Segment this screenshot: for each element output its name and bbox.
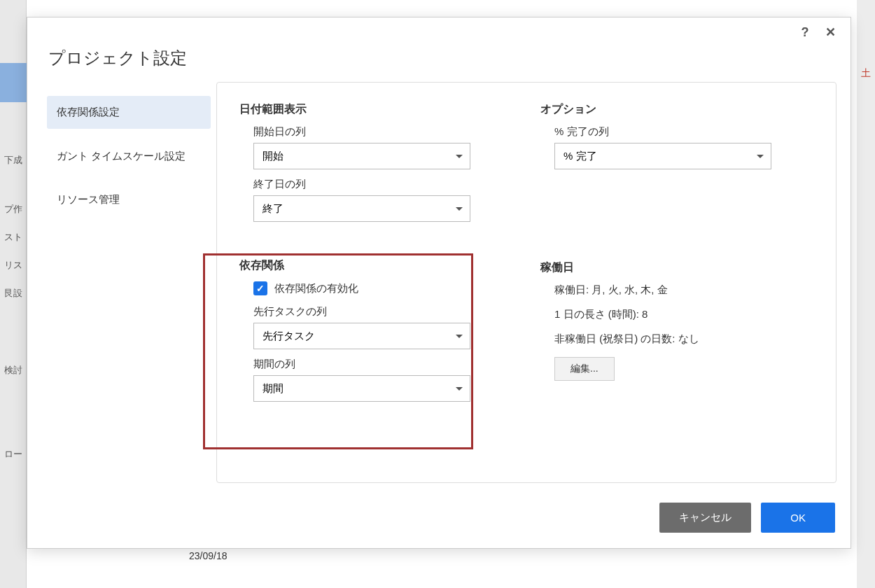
predecessor-label: 先行タスクの列: [253, 305, 512, 318]
dependencies-heading: 依存関係: [239, 258, 512, 273]
sidebar-item-label: ガント タイムスケール設定: [57, 150, 186, 162]
dialog-header: ? ✕: [27, 18, 850, 40]
sidebar-item-gantt-timescale[interactable]: ガント タイムスケール設定: [47, 140, 211, 173]
ok-button[interactable]: OK: [761, 503, 835, 533]
left-column: 日付範囲表示 開始日の列 開始 終了日の列 終了 依存関係: [239, 102, 512, 463]
chevron-down-icon: [456, 207, 463, 211]
help-icon[interactable]: ?: [797, 24, 813, 40]
bg-right-strip: [857, 0, 875, 588]
duration-select[interactable]: 期間: [253, 375, 470, 402]
bg-left-text: 下成 プ作 スト リス 艮設 検討 ロー: [0, 0, 28, 588]
start-date-field: 開始日の列 開始 終了日の列 終了: [239, 125, 512, 222]
percent-complete-field: % 完了の列 % 完了: [540, 125, 813, 169]
chevron-down-icon: [456, 335, 463, 338]
select-value: 開始: [262, 150, 284, 163]
end-date-label: 終了日の列: [253, 178, 512, 191]
workdays-days: 稼働日: 月, 火, 水, 木, 金: [540, 284, 813, 297]
options-heading: オプション: [540, 102, 813, 117]
select-value: 期間: [262, 382, 284, 396]
right-column: オプション % 完了の列 % 完了 稼働日 稼働日: 月, 火, 水, 木, 金…: [540, 102, 813, 463]
select-value: % 完了: [564, 150, 597, 163]
duration-label: 期間の列: [253, 358, 512, 371]
workdays-day-length: 1 日の長さ (時間): 8: [540, 308, 813, 321]
predecessor-field: 先行タスクの列 先行タスク 期間の列 期間: [239, 305, 512, 402]
settings-main-panel: 日付範囲表示 開始日の列 開始 終了日の列 終了 依存関係: [216, 82, 836, 483]
percent-complete-select[interactable]: % 完了: [554, 143, 771, 169]
select-value: 先行タスク: [262, 330, 315, 343]
start-date-select[interactable]: 開始: [253, 143, 470, 169]
dialog-body: 依存関係設定 ガント タイムスケール設定 リソース管理 日付範囲表示 開始日の列…: [27, 82, 850, 490]
edit-workdays-button[interactable]: 編集...: [554, 357, 615, 381]
enable-dependencies-row[interactable]: ✓ 依存関係の有効化: [239, 281, 512, 295]
close-icon[interactable]: ✕: [822, 24, 838, 40]
cancel-button[interactable]: キャンセル: [659, 503, 751, 533]
select-value: 終了: [262, 202, 284, 216]
chevron-down-icon: [456, 155, 463, 158]
percent-complete-label: % 完了の列: [554, 125, 813, 139]
dialog-title: プロジェクト設定: [27, 40, 850, 82]
bg-saturday-label: 土: [861, 67, 871, 80]
workdays-heading: 稼働日: [540, 260, 813, 275]
dialog-footer: キャンセル OK: [27, 490, 850, 548]
start-date-label: 開始日の列: [253, 125, 512, 139]
project-settings-dialog: ? ✕ プロジェクト設定 依存関係設定 ガント タイムスケール設定 リソース管理…: [27, 17, 851, 549]
settings-sidebar: 依存関係設定 ガント タイムスケール設定 リソース管理: [41, 82, 216, 483]
chevron-down-icon: [456, 387, 463, 391]
sidebar-item-resource-management[interactable]: リソース管理: [47, 183, 211, 216]
predecessor-select[interactable]: 先行タスク: [253, 323, 470, 349]
workdays-nonworking: 非稼働日 (祝祭日) の日数: なし: [540, 332, 813, 346]
sidebar-item-dependencies[interactable]: 依存関係設定: [47, 96, 211, 129]
end-date-select[interactable]: 終了: [253, 195, 470, 222]
enable-dependencies-label: 依存関係の有効化: [274, 282, 358, 295]
enable-dependencies-checkbox[interactable]: ✓: [253, 281, 267, 295]
sidebar-item-label: 依存関係設定: [57, 106, 120, 118]
bg-date-cell: 23/09/18: [189, 550, 227, 561]
sidebar-item-label: リソース管理: [57, 193, 120, 205]
date-range-heading: 日付範囲表示: [239, 102, 512, 117]
chevron-down-icon: [757, 155, 764, 158]
